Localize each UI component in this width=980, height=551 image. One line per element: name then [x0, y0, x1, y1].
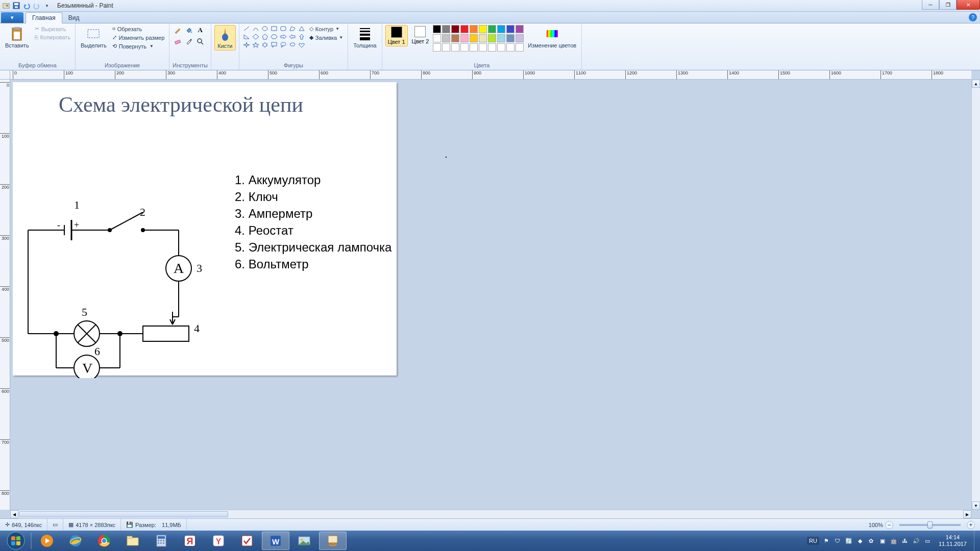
- vertical-scrollbar[interactable]: ▲ ▼: [971, 80, 980, 510]
- palette-color[interactable]: [433, 43, 441, 52]
- zoom-slider[interactable]: [899, 524, 961, 526]
- shape-arrow-l[interactable]: [288, 33, 297, 40]
- tray-flag-icon[interactable]: ⚑: [822, 537, 830, 545]
- shape-curve[interactable]: [252, 25, 260, 32]
- tab-view[interactable]: Вид: [62, 13, 86, 23]
- fill-tool[interactable]: [184, 25, 194, 35]
- magnifier-tool[interactable]: [195, 36, 205, 46]
- palette-color[interactable]: [451, 43, 459, 52]
- taskbar-word[interactable]: W: [262, 532, 289, 550]
- picker-tool[interactable]: [184, 36, 194, 46]
- palette-color[interactable]: [497, 25, 505, 33]
- palette-color[interactable]: [506, 43, 514, 52]
- text-tool[interactable]: A: [195, 25, 205, 35]
- fill-button[interactable]: ◆Заливка▼: [308, 34, 345, 41]
- palette-color[interactable]: [442, 25, 450, 33]
- shape-callout-cloud[interactable]: [288, 41, 297, 48]
- shape-heart[interactable]: [298, 41, 306, 48]
- palette-color[interactable]: [470, 25, 478, 33]
- maximize-button[interactable]: ❐: [939, 0, 957, 10]
- palette-color[interactable]: [488, 43, 496, 52]
- zoom-in-button[interactable]: +: [967, 521, 975, 529]
- zoom-out-button[interactable]: −: [885, 521, 893, 529]
- shape-rtriangle[interactable]: [242, 33, 251, 40]
- palette-color[interactable]: [451, 34, 459, 42]
- scroll-thumb[interactable]: [19, 511, 228, 517]
- shape-line[interactable]: [242, 25, 251, 32]
- qat-dropdown-icon[interactable]: ▼: [43, 2, 51, 10]
- shape-callout-rect[interactable]: [270, 41, 278, 48]
- palette-color[interactable]: [516, 25, 524, 33]
- palette-color[interactable]: [451, 25, 459, 33]
- size-button[interactable]: Толщина: [351, 25, 379, 49]
- shape-star6[interactable]: [261, 41, 269, 48]
- file-menu-button[interactable]: ▾: [1, 12, 23, 23]
- undo-icon[interactable]: [22, 2, 31, 10]
- shape-triangle[interactable]: [298, 25, 306, 32]
- edit-colors-button[interactable]: Изменение цветов: [526, 25, 578, 49]
- shape-oval[interactable]: [261, 25, 269, 32]
- palette-color[interactable]: [442, 43, 450, 52]
- shape-pentagon[interactable]: [261, 33, 269, 40]
- palette-color[interactable]: [506, 34, 514, 42]
- save-icon[interactable]: [12, 2, 20, 10]
- canvas-viewport[interactable]: Схема электрической цепи 1. Аккумулятор2…: [10, 80, 971, 510]
- redo-icon[interactable]: [33, 2, 41, 10]
- shapes-gallery[interactable]: [242, 25, 306, 48]
- zoom-thumb[interactable]: [927, 521, 933, 529]
- tray-sync-icon[interactable]: 🔄: [845, 537, 853, 545]
- shape-star5[interactable]: [252, 41, 260, 48]
- taskbar-paint[interactable]: [319, 532, 347, 550]
- scroll-left-button[interactable]: ◀: [10, 510, 18, 518]
- tray-android-icon[interactable]: 🤖: [890, 537, 898, 545]
- shape-star4[interactable]: [242, 41, 251, 48]
- taskbar-photos[interactable]: [290, 532, 318, 550]
- palette-color[interactable]: [460, 34, 469, 42]
- scroll-down-button[interactable]: ▼: [972, 502, 980, 510]
- shape-callout-oval[interactable]: [279, 41, 287, 48]
- palette-color[interactable]: [479, 34, 487, 42]
- palette-color[interactable]: [442, 34, 450, 42]
- shape-arrow-u[interactable]: [298, 33, 306, 40]
- brushes-button[interactable]: Кисти: [214, 25, 236, 51]
- palette-color[interactable]: [460, 25, 469, 33]
- palette-color[interactable]: [497, 43, 505, 52]
- paste-button[interactable]: Вставить: [3, 25, 31, 49]
- taskbar-explorer[interactable]: [119, 532, 146, 550]
- shape-rect[interactable]: [270, 25, 278, 32]
- palette-color[interactable]: [488, 25, 496, 33]
- palette-color[interactable]: [516, 43, 524, 52]
- taskbar-app-y[interactable]: Y: [205, 532, 232, 550]
- shape-polygon[interactable]: [288, 25, 297, 32]
- palette-color[interactable]: [433, 34, 441, 42]
- palette-color[interactable]: [488, 34, 496, 42]
- tray-shield-icon[interactable]: 🛡: [834, 537, 842, 545]
- palette-color[interactable]: [479, 25, 487, 33]
- shape-arrow-r[interactable]: [279, 33, 287, 40]
- color2-button[interactable]: Цвет 2: [410, 25, 431, 45]
- palette-color[interactable]: [460, 43, 469, 52]
- tray-app1-icon[interactable]: ◆: [856, 537, 864, 545]
- taskbar-yandex[interactable]: Я: [176, 532, 204, 550]
- shape-hexagon[interactable]: [270, 33, 278, 40]
- tab-home[interactable]: Главная: [26, 12, 62, 23]
- taskbar-calc[interactable]: [148, 532, 175, 550]
- color1-button[interactable]: Цвет 1: [385, 25, 408, 46]
- palette-color[interactable]: [470, 43, 478, 52]
- copy-button[interactable]: ⎘Копировать: [33, 34, 72, 41]
- scroll-right-button[interactable]: ▶: [963, 510, 971, 518]
- tray-volume-icon[interactable]: 🔊: [912, 537, 920, 545]
- palette-color[interactable]: [516, 34, 524, 42]
- palette-color[interactable]: [506, 25, 514, 33]
- language-indicator[interactable]: RU: [807, 537, 819, 545]
- pencil-tool[interactable]: [173, 25, 183, 35]
- taskbar-ie[interactable]: [62, 532, 89, 550]
- palette-color[interactable]: [433, 25, 441, 33]
- shape-diamond[interactable]: [252, 33, 260, 40]
- palette-color[interactable]: [497, 34, 505, 42]
- minimize-button[interactable]: ─: [922, 0, 939, 10]
- horizontal-scrollbar[interactable]: ◀ ▶: [10, 510, 971, 518]
- rotate-button[interactable]: ⟲Повернуть▼: [111, 42, 166, 50]
- tray-app2-icon[interactable]: ✿: [867, 537, 875, 545]
- start-button[interactable]: [2, 531, 30, 551]
